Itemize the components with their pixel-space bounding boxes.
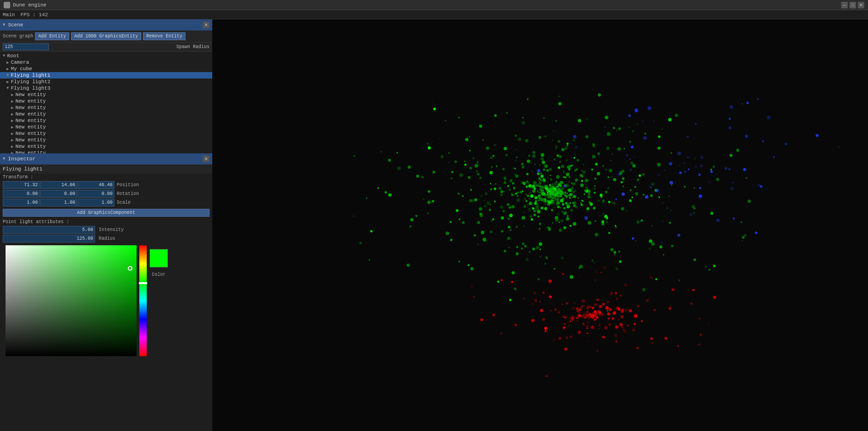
ne10-label: New entity xyxy=(15,150,46,153)
app-icon xyxy=(4,2,10,8)
tree-item-root[interactable]: ▼ Root xyxy=(0,53,212,59)
tree-item-ne10[interactable]: ▶ New entity xyxy=(0,150,212,153)
menu-main[interactable]: Main xyxy=(3,12,15,18)
left-panel: ▼ Scene ✕ Scene graph Add Entity Add 100… xyxy=(0,19,212,431)
window-controls: ─ □ ✕ xyxy=(841,2,864,8)
tree-item-ne5[interactable]: ▶ New entity xyxy=(0,117,212,124)
scale-label: Scale xyxy=(115,199,210,206)
gradient-brightness xyxy=(6,245,137,356)
tree-item-ne3[interactable]: ▶ New entity xyxy=(0,104,212,111)
rot-y-input[interactable] xyxy=(40,190,77,198)
hue-cursor-icon xyxy=(139,282,147,284)
radius-input[interactable] xyxy=(3,235,95,243)
color-row: Color xyxy=(0,243,212,358)
tree-item-ne9[interactable]: ▶ New entity xyxy=(0,143,212,150)
position-label: Position xyxy=(115,181,210,189)
scene-graph-label: Scene graph xyxy=(3,34,33,39)
color-swatch[interactable] xyxy=(150,249,168,267)
scene-toolbar: Scene graph Add Entity Add 1000 Graphics… xyxy=(0,30,212,42)
gradient-box[interactable] xyxy=(6,245,137,356)
pos-y-input[interactable] xyxy=(40,181,77,189)
title-bar: Dune engine ─ □ ✕ xyxy=(0,0,868,10)
rot-z-input[interactable] xyxy=(78,190,114,198)
scene-tree: ▼ Root ▶ Camera ▶ My cube ▼ Flying light… xyxy=(0,52,212,153)
tree-item-flying2[interactable]: ▶ Flying light2 xyxy=(0,79,212,85)
tree-item-ne2[interactable]: ▶ New entity xyxy=(0,98,212,104)
intensity-label: Intensity xyxy=(99,227,124,232)
rotation-label: Rotation xyxy=(115,190,210,198)
ne3-arrow-icon: ▶ xyxy=(11,105,13,110)
remove-entity-button[interactable]: Remove Entity xyxy=(143,32,186,40)
tree-item-mycube[interactable]: ▶ My cube xyxy=(0,66,212,72)
camera-arrow-icon: ▶ xyxy=(6,60,9,65)
rot-x-input[interactable] xyxy=(3,190,40,198)
color-label: Color xyxy=(152,272,166,277)
scene-panel: ▼ Scene ✕ Scene graph Add Entity Add 100… xyxy=(0,19,212,153)
mycube-arrow-icon: ▶ xyxy=(6,67,9,72)
scene-panel-title: Scene xyxy=(8,22,23,28)
ne6-label: New entity xyxy=(15,124,46,130)
flying3-arrow-icon: ▼ xyxy=(6,86,9,91)
ne5-arrow-icon: ▶ xyxy=(11,118,13,123)
ne9-arrow-icon: ▶ xyxy=(11,144,13,149)
ne7-label: New entity xyxy=(15,131,46,136)
scene-close-button[interactable]: ✕ xyxy=(203,22,210,28)
inspector-header-left: ▼ Inspector xyxy=(3,156,36,162)
particles-canvas xyxy=(212,19,868,431)
inspector-panel: ▼ Inspector ✕ Flying light1 Transform : … xyxy=(0,153,212,431)
flying3-label: Flying light3 xyxy=(11,85,50,91)
pos-x-input[interactable] xyxy=(3,181,40,189)
tree-item-ne6[interactable]: ▶ New entity xyxy=(0,124,212,130)
tree-item-ne7[interactable]: ▶ New entity xyxy=(0,130,212,137)
transform-label: Transform : xyxy=(0,174,212,181)
add-entity-button[interactable]: Add Entity xyxy=(35,32,69,40)
ne8-label: New entity xyxy=(15,137,46,143)
maximize-button[interactable]: □ xyxy=(850,2,856,8)
spawn-radius-row: Spawn Radius xyxy=(0,42,212,52)
spawn-radius-input[interactable] xyxy=(3,43,49,50)
intensity-row: Intensity xyxy=(0,225,212,234)
minimize-button[interactable]: ─ xyxy=(841,2,848,8)
tree-item-flying1[interactable]: ▼ Flying light1 xyxy=(0,72,212,79)
ne1-arrow-icon: ▶ xyxy=(11,92,13,97)
close-button[interactable]: ✕ xyxy=(858,2,864,8)
scale-x-input[interactable] xyxy=(3,199,40,206)
flying2-arrow-icon: ▶ xyxy=(6,79,9,85)
radius-row: Radius xyxy=(0,234,212,243)
flying2-label: Flying light2 xyxy=(11,79,50,85)
position-row: Position xyxy=(0,181,212,189)
ne3-label: New entity xyxy=(15,105,46,110)
tree-item-camera[interactable]: ▶ Camera xyxy=(0,59,212,66)
mycube-label: My cube xyxy=(11,66,32,72)
tree-item-ne8[interactable]: ▶ New entity xyxy=(0,137,212,143)
add-1000-button[interactable]: Add 1000 GraphicsEntity xyxy=(71,32,141,40)
radius-label: Radius xyxy=(99,236,115,241)
ne4-label: New entity xyxy=(15,111,46,117)
tree-item-flying3[interactable]: ▼ Flying light3 xyxy=(0,85,212,91)
ne8-arrow-icon: ▶ xyxy=(11,138,13,143)
menu-bar: Main FPS : 142 xyxy=(0,10,868,19)
inspector-panel-header: ▼ Inspector ✕ xyxy=(0,153,212,164)
scene-panel-header: ▼ Scene ✕ xyxy=(0,19,212,30)
scale-row: Scale xyxy=(0,198,212,207)
entity-name: Flying light1 xyxy=(0,164,212,174)
flying1-arrow-icon: ▼ xyxy=(6,73,9,78)
inspector-close-button[interactable]: ✕ xyxy=(203,156,210,162)
pos-z-input[interactable] xyxy=(78,181,114,189)
scene-header-left: ▼ Scene xyxy=(3,22,23,28)
add-component-button[interactable]: Add GraphicsComponent xyxy=(3,209,210,217)
tree-item-ne1[interactable]: ▶ New entity xyxy=(0,91,212,98)
ne4-arrow-icon: ▶ xyxy=(11,112,13,117)
color-picker[interactable]: Color xyxy=(3,243,171,358)
spawn-radius-label: Spawn Radius xyxy=(176,44,210,49)
ne6-arrow-icon: ▶ xyxy=(11,125,13,130)
point-light-label: Point light attributes : xyxy=(0,219,212,225)
scale-y-input[interactable] xyxy=(40,199,77,206)
scale-z-input[interactable] xyxy=(78,199,114,206)
root-label: Root xyxy=(7,53,19,59)
flying1-label: Flying light1 xyxy=(11,73,50,78)
intensity-input[interactable] xyxy=(3,226,95,234)
ne2-arrow-icon: ▶ xyxy=(11,99,13,104)
hue-bar[interactable] xyxy=(139,245,147,356)
tree-item-ne4[interactable]: ▶ New entity xyxy=(0,111,212,117)
